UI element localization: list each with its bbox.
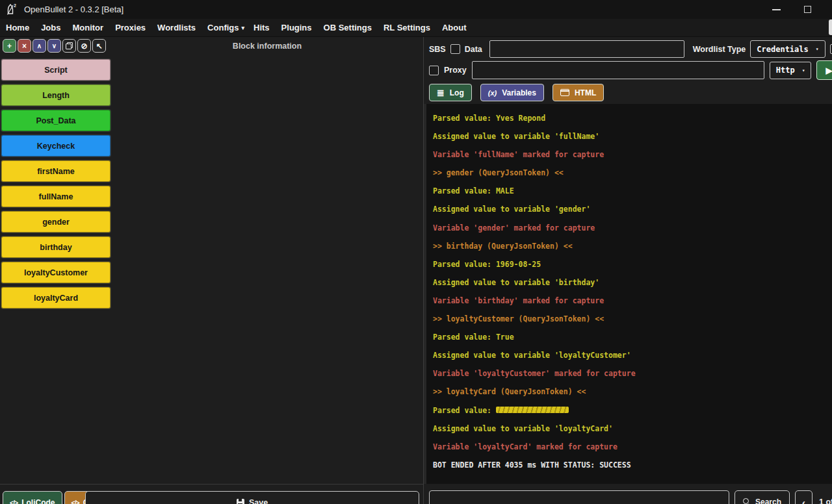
- variables-view-button[interactable]: (x) Variables: [480, 84, 544, 101]
- chevron-down-icon: ▾: [802, 68, 805, 73]
- log-line: Assigned value to variable 'birthday': [433, 273, 832, 292]
- chevron-down-icon: ▾: [242, 25, 245, 31]
- log-line: >> gender (QueryJsonToken) <<: [433, 164, 832, 182]
- add-block-button[interactable]: +: [3, 39, 16, 53]
- log-line: Parsed value: Yves Repond: [433, 109, 832, 127]
- svg-text:2: 2: [14, 3, 16, 8]
- menu-item-about[interactable]: About: [442, 23, 469, 32]
- menu-item-rl-settings[interactable]: RL Settings: [384, 23, 433, 32]
- block-label: Keycheck: [37, 142, 75, 151]
- save-button[interactable]: Save: [85, 491, 419, 504]
- move-block-down-button[interactable]: ∨: [47, 39, 61, 53]
- log-line: Variable 'loyaltyCard' marked for captur…: [433, 438, 832, 456]
- undo-button[interactable]: ↖: [92, 39, 106, 53]
- menu-item-wordlists[interactable]: Wordlists: [157, 23, 198, 32]
- minimize-button[interactable]: [771, 5, 781, 15]
- block-birthday[interactable]: birthday: [1, 236, 110, 258]
- proxy-label: Proxy: [444, 66, 467, 75]
- block-post-data[interactable]: Post_Data: [1, 110, 110, 131]
- block-keycheck[interactable]: Keycheck: [1, 135, 110, 157]
- disable-block-button[interactable]: ⊘: [77, 39, 91, 53]
- log-line: Parsed value: MALE: [433, 182, 832, 200]
- log-line: Parsed value: 1969-08-25: [433, 255, 832, 273]
- block-label: fullName: [39, 192, 73, 201]
- variables-icon: (x): [488, 89, 497, 97]
- block-label: birthday: [40, 243, 72, 252]
- block-loyaltycard[interactable]: loyaltyCard: [1, 287, 110, 309]
- chevron-down-icon: ▾: [816, 46, 819, 52]
- menu-item-home[interactable]: Home: [6, 23, 32, 32]
- persist-checkbox[interactable]: [830, 44, 832, 54]
- sbs-label: SBS: [429, 45, 446, 54]
- log-search-input[interactable]: [429, 490, 729, 504]
- debugger-data-row: SBS Data Wordlist Type Credentials ▾ Per…: [424, 40, 832, 58]
- code-icon: </>: [10, 499, 18, 504]
- block-script[interactable]: Script: [1, 59, 110, 81]
- log-line: Assigned value to variable 'loyaltyCusto…: [433, 346, 832, 364]
- menu-item-monitor[interactable]: Monitor: [72, 23, 106, 32]
- proxy-type-select[interactable]: Http ▾: [770, 62, 812, 79]
- block-gender[interactable]: gender: [1, 211, 110, 233]
- debugger-panel: SBS Data Wordlist Type Credentials ▾ Per…: [424, 37, 832, 504]
- sbs-checkbox[interactable]: [450, 44, 460, 54]
- log-view-button[interactable]: ≣ Log: [429, 84, 472, 101]
- proxy-input[interactable]: [472, 61, 764, 79]
- menu-item-plugins[interactable]: Plugins: [281, 23, 315, 32]
- minimize-icon: [772, 9, 781, 10]
- app-window: 2 OpenBullet 2 - 0.3.2 [Beta] Home Jobs …: [0, 0, 832, 504]
- stacker-panel: + × ∧ ∨ ⊘ ↖ Block information Script Len…: [0, 37, 423, 504]
- block-label: Script: [44, 66, 67, 75]
- debugger-proxy-row: Proxy Http ▾ ▶ Start: [424, 61, 832, 79]
- log-line: Variable 'fullName' marked for capture: [433, 145, 832, 164]
- log-line: Parsed value:: [433, 401, 832, 420]
- redacted-value: [496, 407, 569, 413]
- menu-item-hits[interactable]: Hits: [254, 23, 272, 32]
- play-icon: ▶: [826, 66, 832, 75]
- block-label: gender: [42, 218, 70, 227]
- menu-item-configs[interactable]: Configs ▾: [207, 23, 244, 32]
- block-toolbar: + × ∧ ∨ ⊘ ↖: [3, 39, 106, 53]
- block-firstname[interactable]: firstName: [1, 160, 110, 182]
- log-line: >> loyaltyCard (QueryJsonToken) <<: [433, 383, 832, 401]
- block-list: Script Length Post_Data Keycheck firstNa…: [1, 59, 110, 312]
- log-line: Variable 'loyaltyCustomer' marked for ca…: [433, 364, 832, 383]
- log-line: Parsed value: True: [433, 328, 832, 346]
- menu-item-jobs[interactable]: Jobs: [41, 23, 63, 32]
- menubar: Home Jobs Monitor Proxies Wordlists: [0, 19, 832, 37]
- wordlist-type-select[interactable]: Credentials ▾: [750, 40, 825, 58]
- previous-match-button[interactable]: ‹: [795, 490, 812, 504]
- tab-lolicode[interactable]: </> LoliCode: [3, 491, 62, 504]
- window-icon: [560, 89, 569, 96]
- data-label: Data: [465, 45, 482, 54]
- block-fullname[interactable]: fullName: [1, 186, 110, 207]
- debugger-view-buttons: ≣ Log (x) Variables HTML: [429, 84, 604, 101]
- data-input[interactable]: [489, 40, 684, 58]
- match-counter: 1 of 10: [819, 490, 832, 504]
- log-search-bar: Search ‹ 1 of 10 ›: [429, 490, 832, 504]
- log-line: Variable 'gender' marked for capture: [433, 219, 832, 237]
- move-block-up-button[interactable]: ∧: [32, 39, 46, 53]
- menu-item-ob-settings[interactable]: OB Settings: [324, 23, 374, 32]
- start-button[interactable]: ▶ Start: [816, 60, 832, 80]
- block-loyaltycustomer[interactable]: loyaltyCustomer: [1, 262, 110, 283]
- debugger-log[interactable]: Parsed value: Yves Repond Assigned value…: [424, 104, 832, 484]
- log-line: Assigned value to variable 'gender': [433, 200, 832, 218]
- block-label: loyaltyCard: [34, 294, 78, 303]
- log-line: Variable 'birthday' marked for capture: [433, 292, 832, 310]
- clone-block-button[interactable]: [62, 39, 76, 53]
- log-line: >> birthday (QueryJsonToken) <<: [433, 237, 832, 255]
- maximize-button[interactable]: [802, 5, 812, 15]
- stacker-footer-divider: [0, 484, 423, 485]
- window-title: OpenBullet 2 - 0.3.2 [Beta]: [24, 5, 124, 14]
- block-information-header: Block information: [114, 42, 421, 51]
- search-button[interactable]: Search: [734, 490, 790, 504]
- block-length[interactable]: Length: [1, 84, 110, 106]
- html-view-button[interactable]: HTML: [552, 84, 604, 101]
- delete-block-button[interactable]: ×: [18, 39, 31, 53]
- proxy-checkbox[interactable]: [429, 66, 439, 75]
- list-icon: ≣: [437, 88, 445, 97]
- block-label: Length: [42, 91, 70, 100]
- window-controls: [771, 5, 812, 15]
- log-line: Assigned value to variable 'loyaltyCard': [433, 420, 832, 438]
- menu-item-proxies[interactable]: Proxies: [115, 23, 148, 32]
